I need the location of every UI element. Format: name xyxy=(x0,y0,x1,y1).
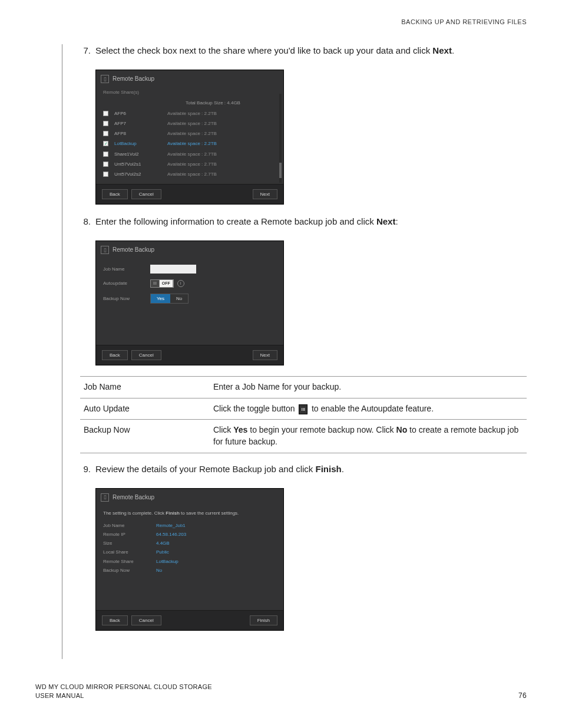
field-desc: Click the toggle button III to enable th… xyxy=(210,398,527,420)
page-number: 76 xyxy=(518,691,527,701)
content-column: 7. Select the check box next to the shar… xyxy=(62,44,527,659)
dialog-title: Remote Backup xyxy=(113,246,154,254)
checkbox[interactable] xyxy=(103,131,108,136)
toggle-off-label: OFF xyxy=(160,280,173,287)
review-row: Backup NowNo xyxy=(103,566,276,575)
no-button[interactable]: No xyxy=(170,294,188,303)
checkbox[interactable] xyxy=(103,121,108,126)
share-row[interactable]: AFP7Available space : 2.2TB xyxy=(103,118,276,129)
review-value: 64.58.146.203 xyxy=(156,531,186,538)
text: to save the current settings. xyxy=(180,510,239,516)
cancel-button[interactable]: Cancel xyxy=(131,350,161,360)
backup-now-label: Backup Now xyxy=(103,295,150,302)
yes-button[interactable]: Yes xyxy=(151,294,170,303)
section-header: BACKING UP AND RETRIEVING FILES xyxy=(35,18,527,27)
share-row[interactable]: AFP6Available space : 2.2TB xyxy=(103,108,276,118)
review-value: Remote_Job1 xyxy=(156,522,186,529)
share-list: AFP6Available space : 2.2TB AFP7Availabl… xyxy=(103,108,276,179)
toggle-handle: III xyxy=(151,280,160,287)
share-space: Available space : 2.2TB xyxy=(167,140,276,147)
review-label: Backup Now xyxy=(103,567,156,574)
job-name-row: Job Name xyxy=(103,265,276,274)
next-button[interactable]: Next xyxy=(253,189,277,199)
share-space: Available space : 2.2TB xyxy=(167,130,276,137)
bold-finish: Finish xyxy=(316,464,342,474)
screenshot-share-select: ▯ Remote Backup Remote Share(s) Total Ba… xyxy=(95,70,527,205)
review-row: Remote ShareLotBackup xyxy=(103,557,276,566)
device-icon: ▯ xyxy=(101,493,109,502)
share-name: Unt57Vol2s2 xyxy=(114,171,167,177)
text: to enable the Autoupdate feature. xyxy=(309,404,434,413)
share-space: Available space : 2.7TB xyxy=(167,171,276,177)
footer-manual: USER MANUAL xyxy=(35,691,212,700)
review-value: No xyxy=(156,567,162,574)
autoupdate-toggle[interactable]: III OFF xyxy=(150,279,174,288)
text: . xyxy=(452,45,454,55)
step-number: 8. xyxy=(80,215,95,233)
finish-button[interactable]: Finish xyxy=(250,615,277,625)
review-label: Job Name xyxy=(103,522,156,529)
share-name: AFP6 xyxy=(114,110,167,117)
share-row[interactable]: Share1Vol2Available space : 2.7TB xyxy=(103,149,276,159)
table-row: Job Name Enter a Job Name for your backu… xyxy=(80,377,527,398)
text: Click xyxy=(213,425,233,434)
share-name: AFP7 xyxy=(114,120,167,127)
step-number: 7. xyxy=(80,44,95,62)
remote-backup-dialog-review: ▯ Remote Backup The setting is complete.… xyxy=(95,488,284,631)
cancel-button[interactable]: Cancel xyxy=(131,615,161,625)
share-row[interactable]: AFP8Available space : 2.2TB xyxy=(103,129,276,139)
device-icon: ▯ xyxy=(101,75,109,83)
share-name: Unt57Vol2s1 xyxy=(114,161,167,167)
field-label: Job Name xyxy=(80,377,210,398)
checkbox[interactable] xyxy=(103,172,108,177)
share-row-selected[interactable]: LotBackupAvailable space : 2.2TB xyxy=(103,139,276,149)
text: Click the toggle button xyxy=(213,404,297,413)
text: to begin your remote backup now. Click xyxy=(247,425,396,434)
review-value: Public xyxy=(156,549,169,555)
share-row[interactable]: Unt57Vol2s2Available space : 2.7TB xyxy=(103,169,276,179)
remote-backup-dialog-shares: ▯ Remote Backup Remote Share(s) Total Ba… xyxy=(95,70,284,205)
autoupdate-row: Autoupdate III OFF i xyxy=(103,279,276,288)
dialog-title: Remote Backup xyxy=(113,75,154,83)
scrollbar-thumb[interactable] xyxy=(279,163,282,178)
next-button[interactable]: Next xyxy=(253,350,277,360)
share-name: AFP8 xyxy=(114,130,167,137)
review-row: Job NameRemote_Job1 xyxy=(103,521,276,530)
page-footer: WD MY CLOUD MIRROR PERSONAL CLOUD STORAG… xyxy=(35,683,527,701)
review-row: Local SharePublic xyxy=(103,548,276,556)
table-row: Auto Update Click the toggle button III … xyxy=(80,398,527,420)
share-row[interactable]: Unt57Vol2s1Available space : 2.7TB xyxy=(103,159,276,169)
table-row: Backup Now Click Yes to begin your remot… xyxy=(80,420,527,453)
share-name: LotBackup xyxy=(114,140,167,147)
field-label: Auto Update xyxy=(80,398,210,420)
dialog-title: Remote Backup xyxy=(113,493,154,502)
checkbox[interactable] xyxy=(103,162,108,167)
footer-product: WD MY CLOUD MIRROR PERSONAL CLOUD STORAG… xyxy=(35,683,212,691)
checkbox[interactable] xyxy=(103,151,108,157)
job-name-input[interactable] xyxy=(150,265,196,274)
back-button[interactable]: Back xyxy=(102,189,128,199)
share-space: Available space : 2.2TB xyxy=(167,120,276,127)
bold-finish: Finish xyxy=(166,510,180,516)
screenshot-review: ▯ Remote Backup The setting is complete.… xyxy=(95,488,527,631)
text: Select the check box next to the share w… xyxy=(95,45,432,55)
review-row: Remote IP64.58.146.203 xyxy=(103,530,276,539)
step-text: Select the check box next to the share w… xyxy=(95,44,527,57)
info-icon[interactable]: i xyxy=(177,280,184,287)
bold-next: Next xyxy=(432,45,452,55)
back-button[interactable]: Back xyxy=(102,615,128,625)
yes-no-group: Yes No xyxy=(150,294,189,304)
review-list: Job NameRemote_Job1 Remote IP64.58.146.2… xyxy=(103,521,276,575)
review-label: Size xyxy=(103,540,156,546)
share-space: Available space : 2.7TB xyxy=(167,161,276,167)
checkbox-checked[interactable] xyxy=(103,141,108,146)
cancel-button[interactable]: Cancel xyxy=(131,189,161,199)
back-button[interactable]: Back xyxy=(102,350,128,360)
step-9: 9. Review the details of your Remote Bac… xyxy=(80,463,527,481)
checkbox[interactable] xyxy=(103,111,108,116)
review-row: Size4.4GB xyxy=(103,539,276,548)
autoupdate-label: Autoupdate xyxy=(103,280,150,286)
field-label: Backup Now xyxy=(80,420,210,453)
backup-now-row: Backup Now Yes No xyxy=(103,294,276,304)
text: Enter the following information to creat… xyxy=(95,216,376,226)
